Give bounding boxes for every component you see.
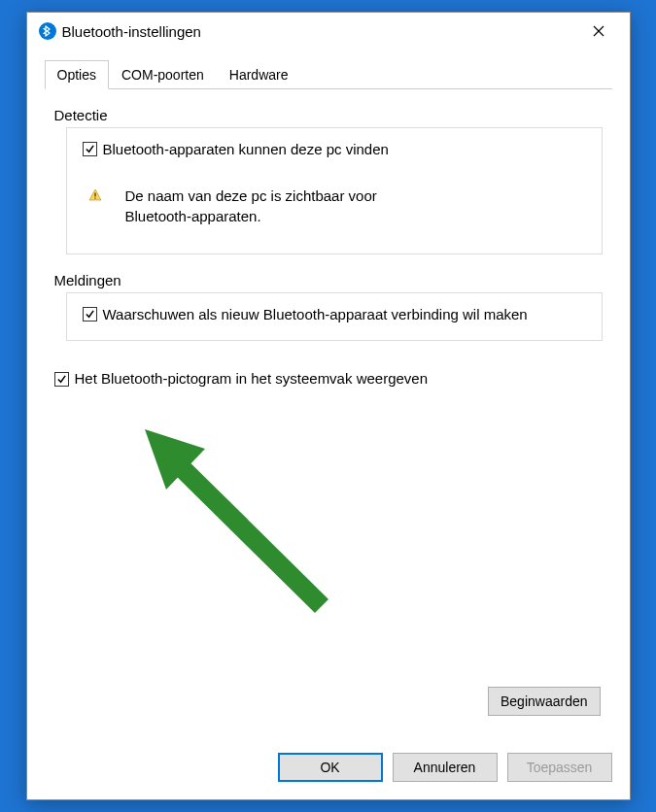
cancel-button[interactable]: Annuleren xyxy=(393,753,498,782)
svg-rect-2 xyxy=(94,198,95,199)
detection-checkbox[interactable] xyxy=(83,142,97,156)
notifications-group: Meldingen Waarschuwen als nieuw Bluetoot… xyxy=(52,272,604,341)
warning-icon xyxy=(88,188,102,202)
detection-checkbox-label[interactable]: Bluetooth-apparaten kunnen deze pc vinde… xyxy=(103,140,389,159)
svg-marker-5 xyxy=(145,429,205,490)
notifications-checkbox-label[interactable]: Waarschuwen als nieuw Bluetooth-apparaat… xyxy=(103,305,528,324)
annotation-arrow xyxy=(137,422,361,645)
notifications-legend: Meldingen xyxy=(54,272,604,288)
title-bar: Bluetooth-instellingen xyxy=(27,13,630,50)
bluetooth-icon xyxy=(39,22,56,40)
ok-button[interactable]: OK xyxy=(278,753,383,782)
window-title: Bluetooth-instellingen xyxy=(62,23,579,40)
tray-icon-checkbox[interactable] xyxy=(54,372,69,387)
notifications-checkbox[interactable] xyxy=(83,307,97,321)
defaults-button[interactable]: Beginwaarden xyxy=(488,687,601,716)
content-area: Opties COM-poorten Hardware Detectie Blu… xyxy=(27,50,630,741)
tab-hardware[interactable]: Hardware xyxy=(217,60,301,89)
svg-line-4 xyxy=(164,451,322,606)
bluetooth-settings-dialog: Bluetooth-instellingen Opties COM-poorte… xyxy=(26,12,631,800)
detection-body: Bluetooth-apparaten kunnen deze pc vinde… xyxy=(66,127,603,254)
tab-com-ports[interactable]: COM-poorten xyxy=(109,60,217,89)
apply-button[interactable]: Toepassen xyxy=(507,753,612,782)
tab-strip: Opties COM-poorten Hardware xyxy=(45,59,612,89)
notifications-body: Waarschuwen als nieuw Bluetooth-apparaat… xyxy=(66,292,603,341)
detection-info-text: De naam van deze pc is zichtbaar voor Bl… xyxy=(125,186,427,226)
detection-group: Detectie Bluetooth-apparaten kunnen deze… xyxy=(52,107,604,254)
close-button[interactable] xyxy=(579,17,618,45)
tab-options[interactable]: Opties xyxy=(45,60,109,89)
button-bar: OK Annuleren Toepassen xyxy=(27,741,630,799)
detection-legend: Detectie xyxy=(54,107,604,123)
close-icon xyxy=(593,25,604,37)
svg-rect-1 xyxy=(94,193,95,197)
tray-icon-checkbox-label[interactable]: Het Bluetooth-pictogram in het systeemva… xyxy=(75,370,429,387)
tab-panel-options: Detectie Bluetooth-apparaten kunnen deze… xyxy=(45,89,612,741)
